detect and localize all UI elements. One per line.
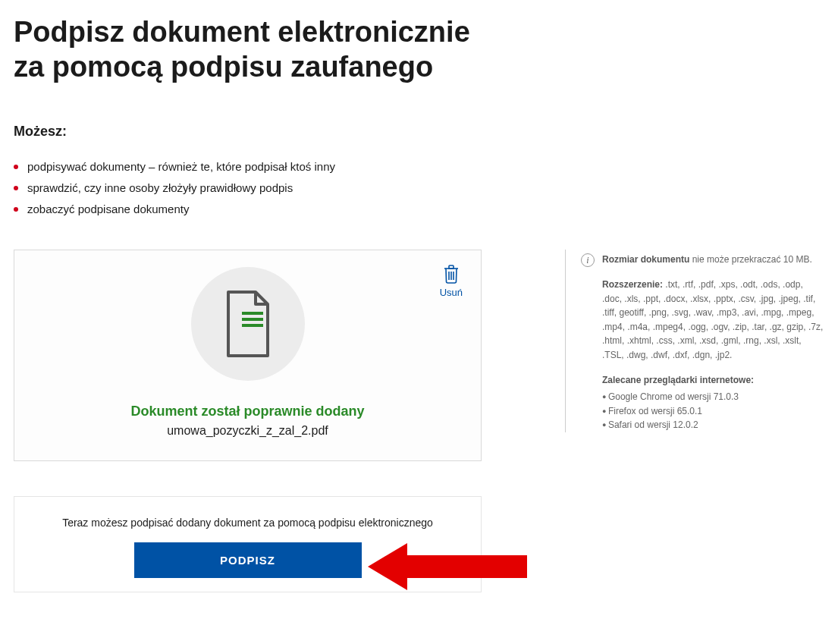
svg-marker-3	[368, 543, 527, 590]
title-line-1: Podpisz dokument elektronicznie	[14, 15, 560, 50]
info-icon: i	[581, 253, 595, 267]
upload-success-message: Dokument został poprawnie dodany	[31, 404, 464, 419]
document-icon-circle	[191, 267, 305, 381]
feature-item: sprawdzić, czy inne osoby złożyły prawid…	[14, 177, 824, 199]
extensions-note: Rozszerzenie: .txt, .rtf, .pdf, .xps, .o…	[602, 278, 824, 363]
browser-item: Safari od wersji 12.0.2	[602, 418, 824, 432]
doc-size-note: Rozmiar dokumentu nie może przekraczać 1…	[602, 253, 824, 267]
info-sidebar: i Rozmiar dokumentu nie może przekraczać…	[565, 250, 824, 432]
document-icon	[221, 291, 275, 357]
delete-document-button[interactable]: Usuń	[440, 264, 463, 298]
sign-button[interactable]: PODPISZ	[134, 542, 362, 578]
extensions-text: .txt, .rtf, .pdf, .xps, .odt, .ods, .odp…	[602, 279, 823, 360]
feature-list: podpisywać dokumenty – również te, które…	[14, 156, 824, 219]
uploaded-filename: umowa_pozyczki_z_zal_2.pdf	[31, 424, 464, 438]
doc-size-label: Rozmiar dokumentu	[602, 254, 689, 265]
doc-size-text: nie może przekraczać 10 MB.	[689, 254, 811, 265]
uploaded-document-panel: Usuń Dokument został poprawnie dodany um…	[14, 250, 482, 461]
feature-item: podpisywać dokumenty – również te, które…	[14, 156, 824, 177]
delete-label: Usuń	[440, 287, 463, 298]
page-title: Podpisz dokument elektronicznie za pomoc…	[14, 15, 560, 84]
title-line-2: za pomocą podpisu zaufanego	[14, 50, 560, 85]
browsers-section: Zalecane przeglądarki internetowe: Googl…	[602, 373, 824, 432]
browser-item: Firefox od wersji 65.0.1	[602, 404, 824, 419]
sign-instruction: Teraz możesz podpisać dodany dokument za…	[34, 517, 461, 529]
trash-icon	[443, 264, 460, 284]
browsers-label: Zalecane przeglądarki internetowe:	[602, 375, 754, 385]
sign-panel: Teraz możesz podpisać dodany dokument za…	[14, 496, 482, 592]
callout-arrow-icon	[368, 540, 535, 592]
feature-item: zobaczyć podpisane dokumenty	[14, 199, 824, 220]
capabilities-heading: Możesz:	[14, 124, 824, 140]
browser-item: Google Chrome od wersji 71.0.3	[602, 390, 824, 404]
extensions-label: Rozszerzenie:	[602, 279, 663, 290]
